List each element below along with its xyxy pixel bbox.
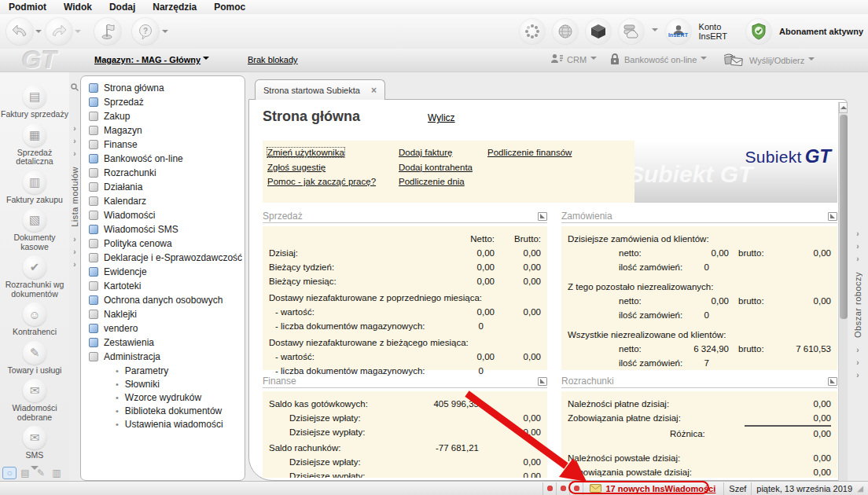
module-item[interactable]: Finanse: [81, 138, 245, 152]
back-arrow-icon[interactable]: [6, 18, 33, 45]
panel-export-icon[interactable]: [538, 377, 547, 386]
database-cloud-icon[interactable]: [619, 19, 644, 44]
collapse-chevron-icon[interactable]: ›: [73, 233, 75, 246]
panel-export-icon[interactable]: [828, 377, 837, 386]
sidebar-shortcut[interactable]: ✉ SMS: [0, 426, 69, 460]
globe-icon[interactable]: [553, 19, 578, 44]
scroll-up-button[interactable]: [839, 102, 848, 113]
scrollbar-thumb[interactable]: [840, 115, 848, 319]
module-item[interactable]: Kalendarz: [81, 194, 245, 208]
magazyn-selector[interactable]: Magazyn: - MAG - Główny: [94, 55, 209, 64]
quick-link[interactable]: Dodaj fakturę: [399, 148, 452, 157]
module-subitem[interactable]: Słowniki: [81, 377, 245, 390]
collapse-chevron-icon[interactable]: ›: [856, 240, 859, 253]
module-item[interactable]: Ewidencje: [81, 265, 245, 279]
module-item[interactable]: Zakup: [81, 109, 245, 123]
lista-modulow-tab[interactable]: Lista modułów: [70, 167, 79, 227]
flag-icon[interactable]: [94, 18, 121, 45]
quick-link[interactable]: Zmień użytkownika: [267, 148, 344, 157]
quick-link[interactable]: Zgłoś sugestię: [267, 163, 326, 172]
back-dropdown-arrow-icon[interactable]: [35, 30, 42, 36]
settlements-icon: [89, 168, 98, 178]
collapse-chevron-icon[interactable]: ›: [856, 369, 859, 382]
collapse-chevron-icon[interactable]: ›: [856, 253, 859, 266]
loader-dots-icon[interactable]: [520, 19, 545, 44]
module-item[interactable]: vendero: [81, 321, 245, 336]
konto-person-icon[interactable]: InsERT: [666, 19, 691, 44]
wyslij-odbierz-button[interactable]: Wyślij/Odbierz: [723, 53, 815, 68]
module-item[interactable]: Administracja: [81, 350, 245, 364]
menu-item[interactable]: Narzędzia: [144, 1, 205, 13]
collapse-chevron-icon[interactable]: ›: [856, 344, 859, 357]
collapse-chevron-icon[interactable]: ›: [73, 258, 75, 271]
sidebar-shortcut[interactable]: ✉ Wiadomości odebrane: [0, 379, 69, 422]
module-item[interactable]: Wiadomości: [81, 208, 245, 222]
tab-close-icon[interactable]: ×: [371, 85, 377, 96]
collapse-chevron-icon[interactable]: ›: [73, 123, 75, 135]
mini-selected-icon[interactable]: ○: [2, 467, 17, 479]
module-item[interactable]: Rozrachunki: [81, 166, 245, 180]
status-bar: 17 nowych InsWiadomości Szef piątek, 13 …: [0, 481, 868, 495]
abonament-label[interactable]: Abonament aktywny: [779, 27, 863, 36]
collapse-chevron-icon[interactable]: ›: [856, 357, 859, 369]
module-item[interactable]: Polityka cenowa: [81, 236, 245, 251]
module-subitem[interactable]: Ustawienia wiadomości: [81, 417, 245, 431]
quick-link[interactable]: Podliczenie dnia: [399, 177, 465, 186]
cloud-dropdown-arrow-icon[interactable]: [652, 28, 658, 35]
bankowosc-button[interactable]: Bankowość on-line: [609, 53, 707, 66]
inswiadomosci-message[interactable]: 17 nowych InsWiadomości: [583, 482, 723, 495]
collapse-chevron-icon[interactable]: ›: [73, 148, 75, 160]
collapse-chevron-icon[interactable]: ›: [73, 246, 75, 258]
shield-check-icon[interactable]: [746, 19, 771, 44]
help-dropdown-arrow-icon[interactable]: [162, 30, 168, 36]
module-item[interactable]: Strona główna: [81, 81, 245, 95]
menu-item[interactable]: Widok: [55, 1, 101, 13]
send-dropdown-arrow-icon[interactable]: [75, 30, 81, 36]
konto-insert-label[interactable]: KontoInsERT: [699, 22, 727, 41]
menu-item[interactable]: Dodaj: [101, 1, 144, 13]
sidebar-shortcut[interactable]: ▤ Faktury sprzedaży: [0, 85, 69, 119]
mini-box-icon[interactable]: ▥: [50, 467, 64, 479]
module-item[interactable]: Bankowość on-line: [81, 152, 245, 166]
module-item[interactable]: Kartoteki: [81, 279, 245, 293]
module-subitem[interactable]: Parametry: [81, 364, 245, 377]
module-item[interactable]: Naklejki: [81, 307, 245, 321]
quick-link[interactable]: Dodaj kontrahenta: [399, 163, 473, 172]
crm-button[interactable]: CRM: [550, 53, 597, 66]
sidebar-shortcut[interactable]: ☺ Kontrahenci: [0, 302, 69, 337]
module-item[interactable]: Deklaracje i e-Sprawozdawczość: [81, 251, 245, 265]
wylicz-link[interactable]: Wylicz: [428, 112, 455, 123]
quick-link[interactable]: Podliczenie finansów: [487, 148, 572, 157]
crm-dropdown-arrow-icon: [590, 57, 597, 63]
resize-grip[interactable]: ◢: [857, 482, 868, 495]
pin-icon[interactable]: [71, 83, 79, 91]
mini-hand-icon[interactable]: ✎: [34, 467, 48, 479]
sidebar-shortcut[interactable]: ✔ Rozrachunki wg dokumentów: [0, 255, 69, 299]
panel-export-icon[interactable]: [538, 212, 547, 221]
obszar-roboczy-tab[interactable]: Obszar roboczy: [853, 272, 862, 338]
mini-sales-icon[interactable]: ▤: [18, 467, 32, 479]
module-item[interactable]: Działania: [81, 180, 245, 194]
send-arrow-icon[interactable]: [46, 18, 72, 45]
sidebar-shortcut[interactable]: ▦ Sprzedaż detaliczna: [0, 123, 69, 167]
module-item[interactable]: Zestawienia: [81, 336, 245, 350]
module-item[interactable]: Ochrona danych osobowych: [81, 293, 245, 307]
module-item[interactable]: Magazyn: [81, 123, 245, 138]
module-item[interactable]: Sprzedaż: [81, 95, 245, 109]
module-subitem[interactable]: Biblioteka dokumentów: [81, 404, 245, 417]
brak-blokady-link[interactable]: Brak blokady: [248, 55, 298, 64]
module-subitem[interactable]: Wzorce wydruków: [81, 390, 245, 404]
menu-item[interactable]: Pomoc: [205, 1, 254, 13]
module-item[interactable]: Wiadomości SMS: [81, 222, 245, 236]
sidebar-shortcut[interactable]: ✎ Towary i usługi: [0, 341, 69, 376]
cube-icon[interactable]: [586, 19, 611, 44]
menu-item[interactable]: Podmiot: [0, 1, 55, 13]
sidebar-shortcut[interactable]: ▧ Dokumenty kasowe: [0, 208, 69, 251]
collapse-chevron-icon[interactable]: ›: [856, 228, 859, 240]
quick-link[interactable]: Pomoc - jak zacząć pracę?: [267, 177, 376, 186]
sidebar-shortcut[interactable]: ▥ Faktury zakupu: [0, 170, 69, 205]
collapse-chevron-icon[interactable]: ›: [73, 135, 75, 148]
tab-strona-startowa[interactable]: Strona startowa Subiekta ×: [255, 79, 385, 100]
help-icon[interactable]: ?: [132, 18, 159, 45]
panel-export-icon[interactable]: [828, 212, 837, 221]
